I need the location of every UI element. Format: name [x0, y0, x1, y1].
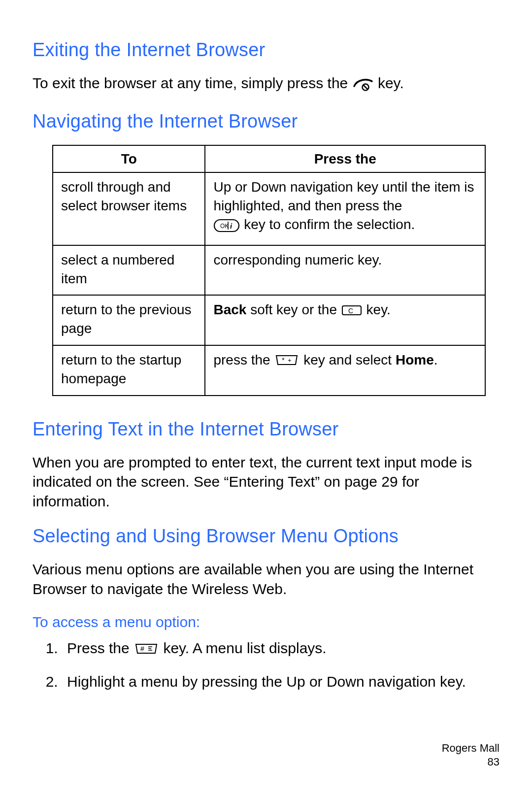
table-row: return to the startup homepage press the…	[53, 345, 485, 396]
svg-text:i: i	[230, 222, 233, 230]
hash-key-icon: #	[133, 641, 159, 662]
back-label: Back	[213, 302, 246, 317]
r4-pre: press the	[213, 352, 274, 367]
heading-exit-browser: Exiting the Internet Browser	[33, 39, 499, 61]
svg-line-1	[363, 85, 368, 90]
page-footer: Rogers Mall 83	[442, 741, 499, 768]
r4-end: .	[434, 352, 438, 367]
cell-to: return to the startup homepage	[53, 345, 205, 396]
r4-mid: key and select	[299, 352, 396, 367]
step-2: Highlight a menu by pressing the Up or D…	[62, 672, 499, 692]
manual-page: Exiting the Internet Browser To exit the…	[0, 0, 532, 798]
r3-mid: soft key or the	[246, 302, 340, 317]
heading-menu-options: Selecting and Using Browser Menu Options	[33, 526, 499, 547]
star-key-icon: * +	[274, 353, 299, 372]
home-label: Home	[396, 352, 434, 367]
r1-after-icon: key to confirm the selection.	[244, 217, 415, 232]
r3-after-icon: key.	[363, 302, 391, 317]
steps-list: Press the # key. A menu list displays. H…	[33, 638, 499, 692]
th-press: Press the	[205, 145, 485, 173]
svg-text:#: #	[140, 645, 144, 653]
navigation-table: To Press the scroll through and select b…	[52, 145, 486, 396]
cell-to: return to the previous page	[53, 295, 205, 345]
footer-page-number: 83	[488, 756, 499, 768]
svg-text:*: *	[282, 356, 285, 364]
ok-key-icon: OK i	[213, 218, 240, 238]
table-row: return to the previous page Back soft ke…	[53, 295, 485, 345]
heading-navigating: Navigating the Internet Browser	[33, 111, 499, 132]
svg-text:C: C	[348, 307, 353, 315]
end-call-key-icon	[352, 75, 374, 96]
table-row: scroll through and select browser items …	[53, 172, 485, 245]
cell-press: corresponding numeric key.	[205, 245, 485, 296]
exit-text-after: key.	[378, 75, 404, 91]
menu-options-body: Various menu options are available when …	[33, 560, 499, 598]
step-1-post: key. A menu list displays.	[159, 640, 327, 656]
subhead-access-menu: To access a menu option:	[33, 614, 499, 631]
exit-text-before: To exit the browser at any time, simply …	[33, 75, 352, 91]
heading-entering-text: Entering Text in the Internet Browser	[33, 419, 499, 440]
cell-to: scroll through and select browser items	[53, 172, 205, 245]
cell-press: Up or Down navigation key until the item…	[205, 172, 485, 245]
table-header-row: To Press the	[53, 145, 485, 173]
r1-line1: Up or Down navigation key until the item…	[213, 179, 474, 213]
table-row: select a numbered item corresponding num…	[53, 245, 485, 296]
svg-text:+: +	[288, 357, 292, 364]
clear-key-icon: C	[341, 303, 363, 322]
cell-to: select a numbered item	[53, 245, 205, 296]
step-1: Press the # key. A menu list displays.	[62, 638, 499, 662]
cell-press: press the * + key and select Home.	[205, 345, 485, 396]
footer-title: Rogers Mall	[442, 742, 499, 754]
entering-text-body: When you are prompted to enter text, the…	[33, 453, 499, 511]
th-to: To	[53, 145, 205, 173]
exit-browser-text: To exit the browser at any time, simply …	[33, 73, 499, 96]
svg-text:OK: OK	[220, 223, 229, 230]
step-1-pre: Press the	[67, 640, 133, 656]
cell-press: Back soft key or the C key.	[205, 295, 485, 345]
